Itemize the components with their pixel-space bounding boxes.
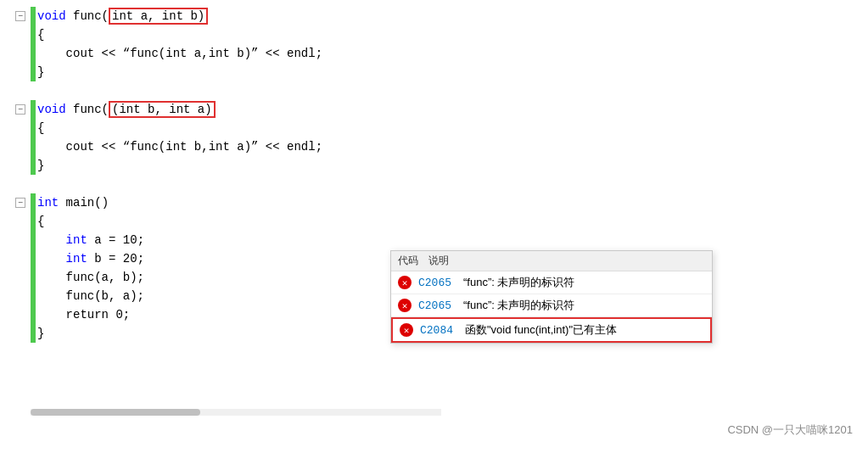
code-line-3: cout << “func(int a,int b)” << endl; [0, 44, 441, 63]
error-popup-header: 代码 说明 [391, 251, 712, 271]
error-msg-3: 函数"void func(int,int)"已有主体 [465, 322, 617, 338]
collapse-btn-5[interactable]: − [15, 104, 25, 115]
left-bar-10 [31, 212, 36, 231]
code-text-15: return 0; [37, 305, 130, 324]
code-text-11: int a = 10; [37, 231, 144, 249]
code-text-10: { [37, 212, 44, 231]
code-text-1: void func(int a, int b) [37, 7, 208, 25]
code-editor: − void func(int a, int b) { cout << “fun… [0, 0, 441, 416]
code-text-2: { [37, 25, 44, 44]
code-line-14: func(b, a); [0, 287, 441, 305]
code-line-10: { [0, 212, 441, 231]
left-bar-3 [31, 44, 36, 63]
left-bar-16 [31, 324, 36, 343]
error-msg-1: “func”: 未声明的标识符 [463, 275, 574, 290]
watermark: CSDN @一只大喵咪1201 [727, 422, 853, 438]
left-bar-1 [31, 7, 36, 25]
left-bar-5 [31, 100, 36, 119]
error-msg-2: “func”: 未声明的标识符 [463, 298, 574, 313]
collapse-btn-1[interactable]: − [15, 11, 25, 21]
code-line-9: − int main() [0, 193, 441, 212]
code-text-5: void func((int b, int a) [37, 100, 216, 119]
collapse-btn-9[interactable]: − [15, 198, 25, 208]
code-line-4: } [0, 63, 441, 81]
error-row-2[interactable]: ✕ C2065 “func”: 未声明的标识符 [391, 294, 712, 317]
code-text-16: } [37, 324, 44, 343]
left-bar-15 [31, 305, 36, 324]
empty-line-1 [0, 81, 441, 100]
code-line-6: { [0, 119, 441, 137]
code-line-8: } [0, 156, 441, 175]
code-line-2: { [0, 25, 441, 44]
error-icon-1: ✕ [398, 276, 412, 289]
code-line-1: − void func(int a, int b) [0, 7, 441, 25]
code-line-7: cout << “func(int b,int a)” << endl; [0, 137, 441, 156]
error-row-3[interactable]: ✕ C2084 函数"void func(int,int)"已有主体 [391, 317, 712, 343]
code-text-14: func(b, a); [37, 287, 144, 305]
code-line-15: return 0; [0, 305, 441, 324]
empty-line-2 [0, 175, 441, 193]
code-line-12: int b = 20; [0, 249, 441, 268]
scrollbar-horizontal[interactable] [31, 409, 441, 416]
error-code-1: C2065 [418, 277, 456, 289]
code-line-13: func(a, b); [0, 268, 441, 287]
code-text-3: cout << “func(int a,int b)” << endl; [37, 44, 322, 63]
left-bar-11 [31, 231, 36, 249]
left-bar-7 [31, 137, 36, 156]
header-col1: 代码 [398, 254, 418, 268]
left-bar-6 [31, 119, 36, 137]
header-col2: 说明 [428, 254, 449, 268]
error-code-2: C2065 [418, 299, 456, 312]
gutter-5: − [0, 104, 31, 115]
error-popup: 代码 说明 ✕ C2065 “func”: 未声明的标识符 ✕ C2065 “f… [390, 250, 713, 344]
code-line-5: − void func((int b, int a) [0, 100, 441, 119]
left-bar-2 [31, 25, 36, 44]
left-bar-9 [31, 193, 36, 212]
error-icon-3: ✕ [400, 323, 413, 337]
code-text-9: int main() [37, 193, 109, 212]
error-row-1[interactable]: ✕ C2065 “func”: 未声明的标识符 [391, 271, 712, 294]
gutter-9: − [0, 198, 31, 208]
code-text-13: func(a, b); [37, 268, 144, 287]
code-text-12: int b = 20; [37, 249, 144, 268]
left-bar-8 [31, 156, 36, 175]
code-text-8: } [37, 156, 44, 175]
left-bar-12 [31, 249, 36, 268]
left-bar-4 [31, 63, 36, 81]
code-text-4: } [37, 63, 44, 81]
gutter-1: − [0, 11, 31, 21]
code-text-6: { [37, 119, 44, 137]
error-icon-2: ✕ [398, 299, 412, 312]
code-text-7: cout << “func(int b,int a)” << endl; [37, 137, 322, 156]
code-line-16: } [0, 324, 441, 343]
error-code-3: C2084 [420, 324, 458, 337]
code-line-11: int a = 10; [0, 231, 441, 249]
left-bar-13 [31, 268, 36, 287]
scrollbar-thumb[interactable] [31, 409, 200, 416]
left-bar-14 [31, 287, 36, 305]
